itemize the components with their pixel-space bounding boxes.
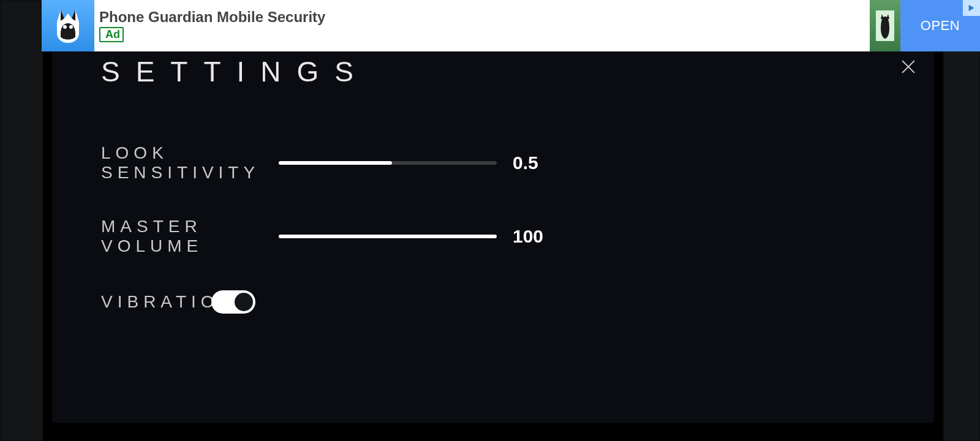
ad-badge: Ad	[99, 27, 124, 42]
row-master-volume: MASTER VOLUME 100	[101, 217, 885, 256]
look-sensitivity-slider[interactable]	[279, 161, 497, 165]
vibration-toggle-knob	[235, 293, 253, 311]
master-volume-value: 100	[513, 226, 543, 247]
ad-app-icon	[42, 0, 94, 51]
master-volume-slider[interactable]	[279, 235, 497, 238]
vibration-label: VIBRATION	[101, 292, 211, 312]
app-stage: Phone Guardian Mobile Security Ad OPEN S…	[0, 0, 980, 441]
look-sensitivity-label: LOOK SENSITIVITY	[101, 143, 279, 183]
master-volume-slider-fill	[279, 235, 497, 238]
adchoices-icon[interactable]	[963, 0, 980, 16]
panel-title: SETTINGS	[101, 55, 885, 88]
settings-rows: LOOK SENSITIVITY 0.5 MASTER VOLUME 100 V…	[101, 143, 885, 314]
vibration-toggle[interactable]	[211, 290, 255, 314]
husky-icon	[48, 6, 88, 45]
svg-point-0	[63, 25, 67, 29]
background-left-band	[0, 0, 43, 441]
close-icon[interactable]	[900, 58, 917, 75]
svg-point-1	[69, 25, 73, 29]
master-volume-label: MASTER VOLUME	[101, 217, 279, 256]
ad-banner[interactable]: Phone Guardian Mobile Security Ad OPEN	[42, 0, 980, 51]
row-vibration: VIBRATION	[101, 290, 885, 314]
ad-open-label: OPEN	[921, 18, 960, 34]
background-right-band	[943, 0, 980, 441]
look-sensitivity-slider-fill	[279, 161, 392, 165]
ad-creative-thumb	[870, 0, 900, 51]
look-sensitivity-value: 0.5	[513, 153, 538, 173]
settings-panel: SETTINGS LOOK SENSITIVITY 0.5 MASTER VOL…	[52, 43, 934, 423]
row-look-sensitivity: LOOK SENSITIVITY 0.5	[101, 143, 885, 183]
ad-title: Phone Guardian Mobile Security	[99, 10, 325, 24]
ad-text-block: Phone Guardian Mobile Security Ad	[94, 10, 325, 42]
